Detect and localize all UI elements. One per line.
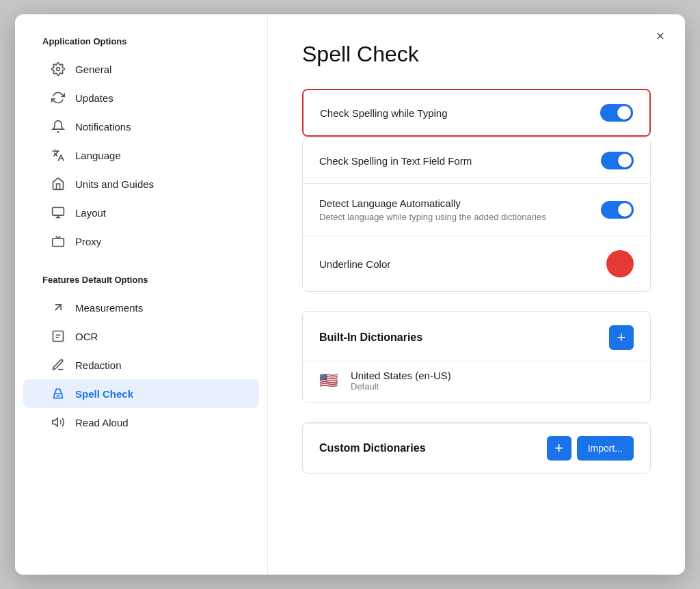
svg-rect-6	[53, 331, 64, 342]
check-spelling-form-toggle[interactable]	[601, 152, 634, 169]
us-flag-icon: 🇺🇸	[319, 372, 341, 389]
add-custom-dict-button[interactable]: +	[547, 436, 571, 461]
detect-language-label: Detect Language Automatically	[319, 197, 601, 209]
svg-marker-7	[53, 418, 58, 426]
setting-row-check-spelling-form: Check Spelling in Text Field Form	[303, 138, 650, 184]
measurements-icon	[51, 300, 66, 315]
dict-name: United States (en-US)	[351, 370, 451, 381]
proxy-icon	[51, 234, 66, 249]
sidebar-item-updates[interactable]: Updates	[23, 83, 259, 112]
custom-dict-section: Custom Dictionaries + Import...	[302, 422, 651, 474]
sidebar-item-notifications[interactable]: Notifications	[23, 112, 259, 141]
settings-section-main: Check Spelling in Text Field Form Detect…	[302, 137, 651, 292]
underline-color-picker[interactable]	[606, 250, 634, 277]
import-custom-dict-button[interactable]: Import...	[577, 436, 634, 461]
custom-dict-title: Custom Dictionaries	[319, 442, 426, 454]
detect-language-sublabel: Detect language while typing using the a…	[319, 212, 601, 222]
sidebar-label-measurements: Measurements	[75, 302, 143, 314]
sidebar-item-layout[interactable]: Layout	[23, 198, 259, 227]
abc-icon	[51, 386, 66, 401]
main-content: Spell Check Check Spelling while Typing …	[268, 14, 685, 575]
setting-row-check-spelling-typing: Check Spelling while Typing	[304, 90, 649, 135]
underline-color-label: Underline Color	[319, 258, 606, 270]
sidebar-label-language: Language	[75, 150, 121, 161]
svg-rect-4	[53, 238, 64, 247]
modal: × Application Options General Updates	[15, 14, 685, 575]
detect-language-group: Detect Language Automatically Detect lan…	[319, 197, 601, 222]
translate-icon	[51, 148, 66, 163]
svg-point-0	[57, 68, 60, 71]
dict-item-us: 🇺🇸 United States (en-US) Default	[303, 361, 650, 402]
page-title: Spell Check	[302, 42, 651, 67]
sidebar-label-layout: Layout	[75, 207, 106, 219]
built-in-dict-title: Built-In Dictionaries	[319, 331, 422, 344]
setting-row-detect-language: Detect Language Automatically Detect lan…	[303, 184, 650, 236]
dict-info: United States (en-US) Default	[351, 370, 451, 392]
sidebar-label-ocr: OCR	[75, 331, 98, 342]
check-spelling-form-label: Check Spelling in Text Field Form	[319, 155, 601, 167]
custom-dict-row: Custom Dictionaries + Import...	[303, 423, 650, 473]
sidebar-item-spell-check[interactable]: Spell Check	[23, 379, 259, 408]
sidebar-label-updates: Updates	[75, 92, 113, 104]
setting-row-underline-color: Underline Color	[303, 236, 650, 291]
sidebar-item-ocr[interactable]: OCR	[23, 322, 259, 351]
check-spelling-typing-label: Check Spelling while Typing	[320, 107, 600, 119]
close-button[interactable]: ×	[649, 25, 671, 47]
sidebar: Application Options General Updates	[15, 14, 268, 575]
bell-icon	[51, 119, 66, 134]
app-options-title: Application Options	[15, 36, 267, 55]
custom-dict-actions: + Import...	[547, 436, 634, 461]
check-spelling-typing-toggle[interactable]	[600, 104, 633, 122]
speaker-icon	[51, 415, 66, 430]
sidebar-label-units-guides: Units and Guides	[75, 178, 154, 190]
add-built-in-dict-button[interactable]: +	[609, 325, 634, 350]
sidebar-item-measurements[interactable]: Measurements	[23, 293, 259, 322]
refresh-icon	[51, 90, 66, 105]
layout-icon	[51, 205, 66, 220]
sidebar-item-general[interactable]: General	[23, 55, 259, 83]
sidebar-item-read-aloud[interactable]: Read Aloud	[23, 408, 259, 437]
sidebar-item-language[interactable]: Language	[23, 141, 259, 169]
svg-line-5	[55, 305, 61, 310]
sidebar-item-units-guides[interactable]: Units and Guides	[23, 169, 259, 198]
sidebar-label-redaction: Redaction	[75, 359, 122, 371]
detect-language-toggle[interactable]	[601, 201, 634, 219]
sidebar-label-read-aloud: Read Aloud	[75, 417, 129, 428]
gear-icon	[51, 61, 66, 77]
sidebar-label-general: General	[75, 64, 111, 75]
ruler-icon	[51, 176, 66, 191]
sidebar-item-proxy[interactable]: Proxy	[23, 227, 259, 256]
sidebar-label-spell-check: Spell Check	[75, 388, 133, 400]
built-in-dict-header: Built-In Dictionaries +	[303, 312, 650, 361]
sidebar-label-proxy: Proxy	[75, 236, 101, 247]
dict-default-label: Default	[351, 381, 451, 392]
features-title: Features Default Options	[15, 269, 267, 293]
built-in-dict-section: Built-In Dictionaries + 🇺🇸 United States…	[302, 311, 651, 403]
ocr-icon	[51, 329, 66, 344]
sidebar-item-redaction[interactable]: Redaction	[23, 351, 259, 379]
sidebar-label-notifications: Notifications	[75, 121, 131, 133]
redaction-icon	[51, 357, 66, 372]
svg-rect-1	[53, 208, 64, 216]
